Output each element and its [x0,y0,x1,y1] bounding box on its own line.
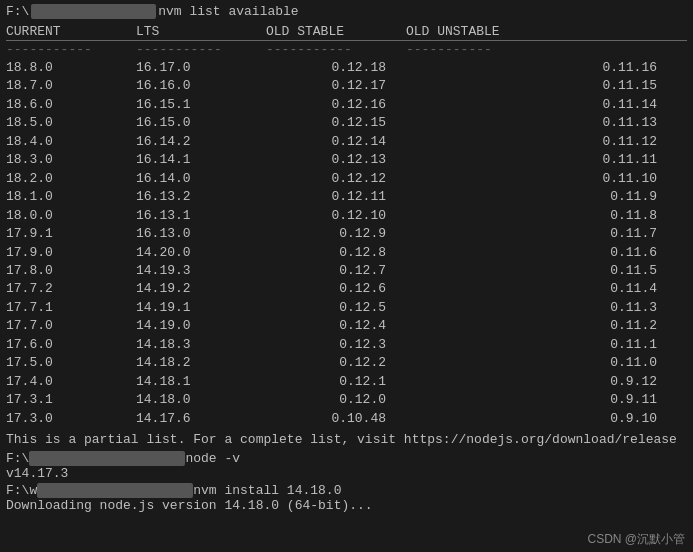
cell-current: 18.6.0 [6,96,136,114]
cell-old-stable: 0.12.15 [266,114,406,132]
cell-old-unstable: 0.11.13 [406,114,687,132]
cell-old-unstable: 0.11.2 [406,317,687,335]
table-row: 18.3.0 16.14.1 0.12.13 0.11.11 [6,151,687,169]
cell-lts: 14.19.0 [136,317,266,335]
blur-3 [37,483,193,498]
cell-old-unstable: 0.11.7 [406,225,687,243]
cell-old-stable: 0.12.18 [266,59,406,77]
cell-old-unstable: 0.9.10 [406,410,687,428]
cell-lts: 14.17.6 [136,410,266,428]
cell-current: 18.5.0 [6,114,136,132]
cell-old-unstable: 0.11.6 [406,244,687,262]
cell-old-unstable: 0.11.1 [406,336,687,354]
cell-old-stable: 0.12.8 [266,244,406,262]
table-row: 17.8.0 14.19.3 0.12.7 0.11.5 [6,262,687,280]
table-row: 17.6.0 14.18.3 0.12.3 0.11.1 [6,336,687,354]
cell-lts: 16.15.1 [136,96,266,114]
cell-lts: 14.19.3 [136,262,266,280]
prompt-prefix: F:\ [6,4,29,19]
cell-current: 18.2.0 [6,170,136,188]
cell-old-stable: 0.12.0 [266,391,406,409]
table-header: CURRENT LTS OLD STABLE OLD UNSTABLE [6,23,687,41]
cell-current: 17.7.0 [6,317,136,335]
cell-old-unstable: 0.11.16 [406,59,687,77]
table-row: 18.5.0 16.15.0 0.12.15 0.11.13 [6,114,687,132]
cell-old-stable: 0.12.9 [266,225,406,243]
cell-current: 17.7.2 [6,280,136,298]
cell-old-unstable: 0.11.0 [406,354,687,372]
cell-old-unstable: 0.11.4 [406,280,687,298]
cell-lts: 14.20.0 [136,244,266,262]
cell-old-unstable: 0.9.11 [406,391,687,409]
cell-old-unstable: 0.9.12 [406,373,687,391]
cell-lts: 14.18.3 [136,336,266,354]
cell-lts: 16.14.2 [136,133,266,151]
cell-old-unstable: 0.11.5 [406,262,687,280]
cell-lts: 16.13.0 [136,225,266,243]
cell-lts: 14.18.0 [136,391,266,409]
table-row: 17.3.0 14.17.6 0.10.48 0.9.10 [6,410,687,428]
partial-note: This is a partial list. For a complete l… [6,432,687,447]
cell-old-stable: 0.12.5 [266,299,406,317]
table-row: 18.8.0 16.17.0 0.12.18 0.11.16 [6,59,687,77]
cell-old-unstable: 0.11.10 [406,170,687,188]
blur-2 [29,451,185,466]
cell-old-stable: 0.12.17 [266,77,406,95]
cell-current: 18.1.0 [6,188,136,206]
cell-current: 17.6.0 [6,336,136,354]
cell-old-stable: 0.12.13 [266,151,406,169]
cell-lts: 14.19.1 [136,299,266,317]
cell-old-stable: 0.12.16 [266,96,406,114]
cell-current: 17.4.0 [6,373,136,391]
cell-current: 17.8.0 [6,262,136,280]
cell-lts: 16.14.1 [136,151,266,169]
table-row: 18.2.0 16.14.0 0.12.12 0.11.10 [6,170,687,188]
table-row: 18.4.0 16.14.2 0.12.14 0.11.12 [6,133,687,151]
cell-old-stable: 0.12.11 [266,188,406,206]
data-rows: 18.8.0 16.17.0 0.12.18 0.11.16 18.7.0 16… [6,59,687,428]
cell-current: 18.4.0 [6,133,136,151]
divider-row: ----------- ----------- ----------- ----… [6,42,687,57]
table-row: 17.4.0 14.18.1 0.12.1 0.9.12 [6,373,687,391]
cell-old-stable: 0.12.6 [266,280,406,298]
cell-old-unstable: 0.11.12 [406,133,687,151]
cell-old-stable: 0.12.1 [266,373,406,391]
cell-old-unstable: 0.11.9 [406,188,687,206]
cmd-nvm-install: F:\w nvm install 14.18.0 [6,483,687,498]
downloading-line: Downloading node.js version 14.18.0 (64-… [6,498,687,513]
cell-current: 17.7.1 [6,299,136,317]
cell-old-unstable: 0.11.15 [406,77,687,95]
cell-current: 17.9.0 [6,244,136,262]
cell-current: 18.3.0 [6,151,136,169]
blur-1 [31,4,156,19]
table-row: 17.3.1 14.18.0 0.12.0 0.9.11 [6,391,687,409]
cell-current: 18.0.0 [6,207,136,225]
cell-old-unstable: 0.11.11 [406,151,687,169]
cell-lts: 16.16.0 [136,77,266,95]
cell-old-unstable: 0.11.14 [406,96,687,114]
cell-old-stable: 0.12.7 [266,262,406,280]
table-row: 18.1.0 16.13.2 0.12.11 0.11.9 [6,188,687,206]
cell-current: 17.3.0 [6,410,136,428]
header-old-unstable: OLD UNSTABLE [406,23,687,40]
table-row: 17.7.2 14.19.2 0.12.6 0.11.4 [6,280,687,298]
prompt3-prefix: F:\w [6,483,37,498]
cell-old-stable: 0.12.2 [266,354,406,372]
table-row: 17.9.0 14.20.0 0.12.8 0.11.6 [6,244,687,262]
table-row: 17.5.0 14.18.2 0.12.2 0.11.0 [6,354,687,372]
cell-lts: 16.13.2 [136,188,266,206]
table-row: 17.7.1 14.19.1 0.12.5 0.11.3 [6,299,687,317]
cell-lts: 16.17.0 [136,59,266,77]
cmd2-suffix: node -v [185,451,240,466]
cell-lts: 16.15.0 [136,114,266,132]
table-row: 18.6.0 16.15.1 0.12.16 0.11.14 [6,96,687,114]
cell-lts: 14.18.1 [136,373,266,391]
terminal: F:\ nvm list available CURRENT LTS OLD S… [0,0,693,552]
table-row: 18.0.0 16.13.1 0.12.10 0.11.8 [6,207,687,225]
cell-lts: 14.18.2 [136,354,266,372]
cell-old-stable: 0.12.10 [266,207,406,225]
header-old-stable: OLD STABLE [266,23,406,40]
cell-current: 18.7.0 [6,77,136,95]
cell-lts: 14.19.2 [136,280,266,298]
cell-old-unstable: 0.11.8 [406,207,687,225]
